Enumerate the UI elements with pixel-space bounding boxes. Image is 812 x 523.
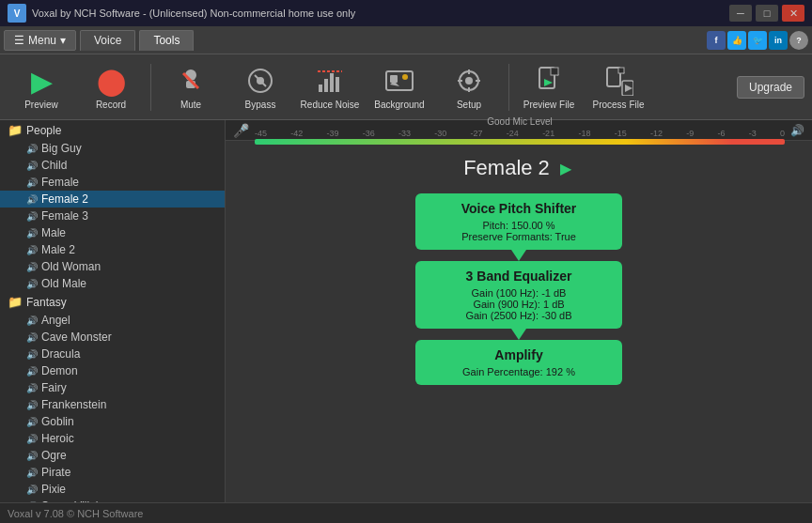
setup-button[interactable]: Setup — [435, 58, 503, 116]
record-icon: ⬤ — [94, 64, 128, 98]
item-label: Goblin — [41, 415, 74, 428]
list-item-selected[interactable]: 🔊 Female 2 — [0, 191, 225, 208]
list-item[interactable]: 🔊 Male — [0, 224, 225, 241]
effect-param-2: Gain (900 Hz): 1 dB — [434, 299, 603, 310]
preview-icon: ▶ — [24, 64, 58, 98]
speaker-icon: 🔊 — [26, 228, 38, 238]
background-button[interactable]: Background — [366, 58, 433, 116]
list-item[interactable]: 🔊 Cave Monster — [0, 329, 225, 346]
item-label: Female — [41, 176, 79, 189]
effect-param-1: Pitch: 150.00 % — [434, 220, 603, 231]
tab-voice[interactable]: Voice — [80, 30, 135, 51]
svg-rect-5 — [319, 85, 322, 92]
sidebar: 📁 People 🔊 Big Guy 🔊 Child 🔊 Female 🔊 Fe… — [0, 120, 226, 502]
mute-icon — [174, 64, 208, 98]
item-label: Frankenstein — [41, 398, 106, 411]
list-item[interactable]: 🔊 Old Male — [0, 275, 225, 292]
list-item[interactable]: 🔊 Female 3 — [0, 208, 225, 224]
voice-play-button[interactable]: ▶ — [557, 160, 574, 177]
bypass-button[interactable]: Bypass — [226, 58, 294, 116]
like-icon[interactable]: 👍 — [727, 31, 746, 50]
item-label: Demon — [41, 364, 78, 377]
effects-area: Female 2 ▶ Voice Pitch Shifter Pitch: 15… — [226, 141, 812, 502]
list-item[interactable]: 🔊 Male 2 — [0, 241, 225, 258]
effect-title: Amplify — [434, 347, 603, 362]
app-logo: V — [8, 4, 26, 23]
separator-2 — [508, 64, 509, 111]
level-bar — [255, 139, 785, 145]
item-label: Old Woman — [41, 260, 101, 273]
list-item[interactable]: 🔊 Female — [0, 174, 225, 191]
linkedin-icon[interactable]: in — [769, 31, 788, 50]
item-label: Dracula — [41, 347, 80, 361]
list-item[interactable]: 🔊 Demon — [0, 362, 225, 379]
list-item[interactable]: 🔊 Frankenstein — [0, 396, 225, 413]
minimize-button[interactable]: ─ — [729, 5, 752, 22]
group-people[interactable]: 📁 People — [0, 120, 225, 140]
list-item[interactable]: 🔊 Big Guy — [0, 140, 225, 157]
speaker-icon: 🔊 — [26, 366, 38, 377]
window-title: Voxal by NCH Software - (Unlicensed) Non… — [32, 8, 729, 19]
arrow-down-1 — [511, 250, 526, 261]
effect-3band-equalizer[interactable]: 3 Band Equalizer Gain (100 Hz): -1 dB Ga… — [415, 261, 622, 329]
tab-tools[interactable]: Tools — [139, 30, 194, 51]
preview-button[interactable]: ▶ Preview — [8, 58, 75, 116]
close-button[interactable]: ✕ — [782, 5, 804, 22]
menu-right-actions: f 👍 🐦 in ? — [707, 31, 808, 50]
list-item[interactable]: 🔊 Dracula — [0, 346, 225, 362]
list-item[interactable]: 🔊 Old Woman — [0, 258, 225, 275]
mute-button[interactable]: Mute — [157, 58, 225, 116]
item-label: Male 2 — [41, 243, 75, 256]
speaker-icon: 🔊 — [26, 451, 38, 461]
group-fantasy[interactable]: 📁 Fantasy — [0, 292, 225, 312]
svg-rect-19 — [551, 68, 558, 75]
list-item[interactable]: 🔊 Heroic — [0, 430, 225, 447]
item-label: Child — [41, 159, 67, 172]
list-item[interactable]: 🔊 Child — [0, 157, 225, 174]
svg-rect-7 — [330, 73, 334, 92]
effect-amplify[interactable]: Amplify Gain Percentage: 192 % — [415, 340, 622, 385]
process-file-label: Process File — [592, 100, 644, 110]
maximize-button[interactable]: □ — [756, 5, 778, 22]
list-item[interactable]: 🔊 Pixie — [0, 481, 225, 498]
list-item[interactable]: 🔊 Super Villain — [0, 498, 225, 502]
background-icon — [383, 64, 416, 98]
group-people-label: People — [26, 124, 61, 137]
menu-button[interactable]: ☰ Menu ▾ — [4, 30, 76, 51]
item-label: Pixie — [41, 483, 66, 496]
list-item[interactable]: 🔊 Goblin — [0, 413, 225, 430]
twitter-icon[interactable]: 🐦 — [748, 31, 767, 50]
process-file-button[interactable]: Process File — [585, 58, 652, 116]
svg-rect-6 — [324, 79, 328, 92]
speaker-icon: 🔊 — [26, 434, 38, 444]
voice-title: Female 2 ▶ — [463, 156, 574, 180]
speaker-icon: 🔊 — [26, 262, 38, 272]
list-item[interactable]: 🔊 Pirate — [0, 464, 225, 481]
item-label: Cave Monster — [41, 331, 112, 344]
svg-marker-24 — [625, 85, 632, 92]
list-item[interactable]: 🔊 Fairy — [0, 379, 225, 396]
item-label: Big Guy — [41, 142, 82, 155]
group-fantasy-label: Fantasy — [26, 296, 67, 309]
help-icon[interactable]: ? — [789, 31, 808, 50]
speaker-icon: 🔊 — [26, 279, 38, 289]
effect-voice-pitch-shifter[interactable]: Voice Pitch Shifter Pitch: 150.00 % Pres… — [415, 193, 622, 250]
effect-param-2: Preserve Formants: True — [434, 231, 603, 242]
menu-chevron-icon: ▾ — [60, 34, 66, 47]
list-item[interactable]: 🔊 Angel — [0, 312, 225, 329]
reduce-noise-button[interactable]: Reduce Noise — [296, 58, 364, 116]
volume-icon[interactable]: 🔊 — [790, 124, 804, 137]
facebook-icon[interactable]: f — [707, 31, 726, 50]
main-area: 📁 People 🔊 Big Guy 🔊 Child 🔊 Female 🔊 Fe… — [0, 120, 812, 502]
record-button[interactable]: ⬤ Record — [77, 58, 145, 116]
svg-rect-16 — [458, 80, 462, 82]
record-label: Record — [96, 100, 126, 110]
speaker-icon: 🔊 — [26, 177, 38, 188]
reduce-noise-label: Reduce Noise — [301, 100, 360, 110]
preview-file-button[interactable]: Preview File — [515, 58, 583, 116]
svg-rect-17 — [476, 80, 480, 82]
upgrade-button[interactable]: Upgrade — [737, 76, 804, 99]
speaker-icon: 🔊 — [26, 417, 38, 427]
list-item[interactable]: 🔊 Ogre — [0, 447, 225, 464]
background-label: Background — [374, 100, 424, 110]
